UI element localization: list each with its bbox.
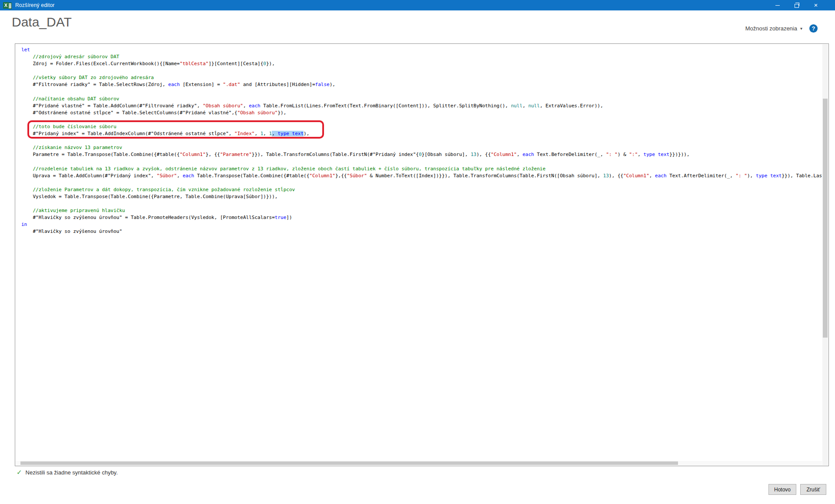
window-titlebar: X Rozšírený editor ×	[0, 0, 835, 10]
check-icon: ✓	[17, 468, 22, 476]
code-content[interactable]: let //zdrojový adresár súborov DAT Zdroj…	[15, 44, 822, 461]
display-options-dropdown[interactable]: Možnosti zobrazenia ▾	[745, 25, 802, 32]
close-button[interactable]: ×	[806, 0, 825, 10]
code-editor[interactable]: let //zdrojový adresár súborov DAT Zdroj…	[15, 43, 829, 466]
restore-icon	[795, 4, 799, 8]
close-icon: ×	[814, 0, 818, 10]
vertical-scrollbar-thumb[interactable]	[823, 99, 828, 338]
advanced-editor-window: X Rozšírený editor × Data_DAT Možnosti z…	[0, 0, 835, 504]
display-options-label: Možnosti zobrazenia	[745, 25, 797, 32]
chevron-down-icon: ▾	[800, 26, 802, 31]
done-button[interactable]: Hotovo	[768, 484, 796, 495]
minimize-button[interactable]	[768, 0, 787, 10]
excel-icon: X	[3, 2, 12, 9]
header-actions: Možnosti zobrazenia ▾ ?	[745, 24, 818, 33]
window-controls: ×	[768, 0, 825, 10]
help-icon[interactable]: ?	[809, 24, 818, 33]
syntax-status: ✓ Nezistili sa žiadne syntaktické chyby.	[17, 468, 118, 476]
maximize-button[interactable]	[787, 0, 806, 10]
footer-buttons: Hotovo Zrušiť	[768, 484, 826, 495]
horizontal-scrollbar-thumb[interactable]	[20, 461, 678, 465]
window-title: Rozšírený editor	[15, 2, 55, 8]
status-message: Nezistili sa žiadne syntaktické chyby.	[26, 469, 118, 476]
cancel-button[interactable]: Zrušiť	[800, 484, 826, 495]
minimize-icon	[775, 5, 780, 6]
vertical-scrollbar[interactable]	[822, 44, 828, 465]
horizontal-scrollbar[interactable]	[16, 461, 822, 465]
page-title: Data_DAT	[12, 15, 72, 30]
